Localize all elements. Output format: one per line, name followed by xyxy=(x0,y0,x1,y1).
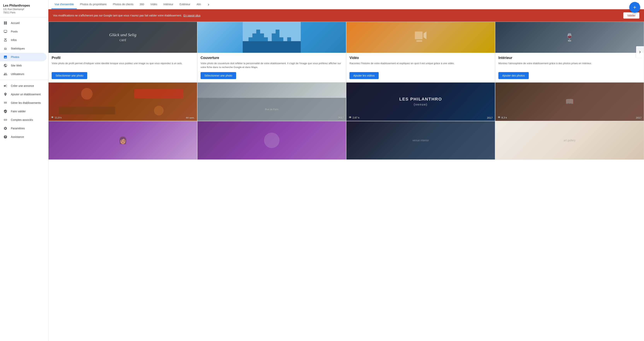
gallery-date-food: 44 sem. xyxy=(186,116,195,119)
store-icon xyxy=(3,38,8,42)
sidebar-label-gerer-etablissements: Gérer les établissements xyxy=(11,101,41,104)
sidebar-item-gerer-etablissements[interactable]: Gérer les établissements xyxy=(0,99,46,107)
gallery-date-street: 2017 xyxy=(338,116,344,119)
svg-rect-3 xyxy=(416,40,422,42)
fab-add-button[interactable]: + xyxy=(629,2,640,13)
monitor-icon xyxy=(3,29,8,34)
sidebar-item-comptes-associes[interactable]: Comptes associés xyxy=(0,116,46,124)
gallery-row-1: 👁 11,9 k 44 sem. Rue de Paris 2017 xyxy=(48,82,644,121)
sidebar-item-assistance[interactable]: Assistance xyxy=(0,133,46,141)
sidebar-item-parametres[interactable]: Paramètres xyxy=(0,124,46,133)
tabs-chevron-right[interactable] xyxy=(205,1,212,8)
sidebar-item-utilisateurs[interactable]: Utilisateurs xyxy=(0,70,46,78)
photo-card-profil: Glück und SeligCAFÉ Profil Votre photo d… xyxy=(48,22,197,82)
shield-icon xyxy=(3,109,8,114)
sidebar-label-assistance: Assistance xyxy=(11,135,24,138)
grid-small-icon xyxy=(3,100,8,105)
eye-icon: 👁 xyxy=(51,116,54,119)
gallery-date-sign: 2017 xyxy=(487,116,492,119)
photo-card-couverture: Couverture Votre photo de couverture doi… xyxy=(197,22,346,82)
tabs-bar: Vue d'ensemble Photos du propriétaire Ph… xyxy=(48,0,644,9)
gallery-views-sign: 👁 2,67 k xyxy=(349,116,359,119)
gallery-views-food: 👁 11,9 k xyxy=(51,116,62,119)
photo-card-btn-video[interactable]: Ajouter les vidéos xyxy=(350,72,379,79)
sidebar-label-creer-annonce: Créer une annonce xyxy=(11,84,34,87)
photo-card-body-video: Vidéo Racontez l'histoire de votre établ… xyxy=(346,53,495,82)
location-icon xyxy=(3,92,8,97)
photo-card-desc-couverture: Votre photo de couverture doit refléter … xyxy=(200,61,343,69)
photo-card-title-interieur: Intérieur xyxy=(498,56,641,60)
sidebar-item-ajouter-etablissement[interactable]: Ajouter un établissement xyxy=(0,90,46,99)
link-icon xyxy=(3,117,8,122)
photo-card-btn-profil[interactable]: Sélectionner une photo xyxy=(52,72,87,79)
people-icon xyxy=(3,72,8,76)
sidebar-item-faire-valider[interactable]: Faire valider xyxy=(0,107,46,116)
sidebar-item-statistiques[interactable]: Statistiques xyxy=(0,44,46,53)
photo-card-btn-couverture[interactable]: Sélectionner une photo xyxy=(200,72,236,79)
sidebar-label-posts: Posts xyxy=(11,30,18,33)
sidebar-header: Les Philanthropes 131 Rue Oberkampf 7501… xyxy=(0,0,48,17)
eye-icon-table: 👁 xyxy=(498,116,501,119)
sidebar-item-accueil[interactable]: Accueil xyxy=(0,19,46,27)
photo-card-btn-interieur[interactable]: Ajouter des photos xyxy=(498,72,529,79)
globe-icon xyxy=(3,63,8,68)
gallery-item-sign[interactable]: LES PHILANTHRO(venue) 👁 2,67 k 2017 xyxy=(346,82,495,121)
eye-icon-sign: 👁 xyxy=(349,116,352,119)
photo-card-desc-profil: Votre photo de profil permet d'indiquer … xyxy=(52,61,194,69)
megaphone-icon xyxy=(3,83,8,88)
tab-interieur[interactable]: Intérieur xyxy=(160,0,176,9)
gear-icon xyxy=(3,126,8,131)
alert-validate-button[interactable]: Valider xyxy=(623,12,639,18)
gallery-item-street[interactable]: Rue de Paris 2017 xyxy=(197,82,346,121)
alert-banner: Vos modifications ne s'afficheront pas s… xyxy=(48,9,644,22)
photo-card-image-couverture xyxy=(198,22,346,53)
sidebar-item-creer-annonce[interactable]: Créer une annonce xyxy=(0,82,46,90)
sidebar-label-accueil: Accueil xyxy=(11,21,20,24)
sidebar-item-infos[interactable]: Infos xyxy=(0,36,46,44)
gallery-overlay-sign: 👁 2,67 k 2017 xyxy=(346,114,495,121)
sidebar-label-comptes-associes: Comptes associés xyxy=(11,118,33,121)
sidebar-nav: Accueil Posts Infos Statistiques Photos xyxy=(0,17,48,341)
sidebar-label-utilisateurs: Utilisateurs xyxy=(11,72,24,76)
sidebar-item-photos[interactable]: Photos xyxy=(0,53,46,61)
grid-icon xyxy=(3,21,8,25)
gallery-item-purple[interactable] xyxy=(197,121,346,160)
gallery-views-table: 👁 8,3 k xyxy=(498,116,507,119)
bar-chart-icon xyxy=(3,46,8,51)
photo-card-video: Vidéo Racontez l'histoire de votre établ… xyxy=(346,22,495,82)
content-area: Vos modifications ne s'afficheront pas s… xyxy=(48,9,644,341)
sidebar-item-posts[interactable]: Posts xyxy=(0,27,46,36)
photo-card-title-couverture: Couverture xyxy=(200,56,343,60)
gallery-item-table[interactable]: 📖 👁 8,3 k 2017 xyxy=(495,82,644,121)
gallery-overlay-table: 👁 8,3 k 2017 xyxy=(495,114,644,121)
tab-vue-ensemble[interactable]: Vue d'ensemble xyxy=(52,0,77,9)
tab-video[interactable]: Vidéo xyxy=(147,0,160,9)
photo-card-title-video: Vidéo xyxy=(350,56,492,60)
photo-card-image-profil: Glück und SeligCAFÉ xyxy=(48,22,197,53)
gallery-item-bar[interactable]: venue interior xyxy=(346,121,495,160)
gallery-item-people[interactable]: 👩 xyxy=(48,121,197,160)
sidebar-item-site-web[interactable]: Site Web xyxy=(0,61,46,70)
gallery-item-gallery[interactable]: art gallery xyxy=(495,121,644,160)
photo-card-image-interieur: 🍷 xyxy=(495,22,644,53)
business-address: 131 Rue Oberkampf 75011 Paris xyxy=(3,8,45,14)
photo-cards-grid: Glück und SeligCAFÉ Profil Votre photo d… xyxy=(48,22,644,82)
tab-photos-clients[interactable]: Photos de clients xyxy=(110,0,136,9)
image-icon xyxy=(3,55,8,59)
tab-exterieur[interactable]: Extérieur xyxy=(176,0,194,9)
sidebar-label-statistiques: Statistiques xyxy=(11,47,25,50)
svg-rect-2 xyxy=(243,41,301,53)
sidebar-label-infos: Infos xyxy=(11,38,17,41)
photo-card-title-profil: Profil xyxy=(52,56,194,60)
tab-360[interactable]: 360 xyxy=(136,0,147,9)
photo-card-desc-video: Racontez l'histoire de votre établisseme… xyxy=(350,61,492,69)
sidebar-label-parametres: Paramètres xyxy=(11,127,25,130)
alert-link[interactable]: En savoir plus xyxy=(183,14,200,17)
gallery-item-food[interactable]: 👁 11,9 k 44 sem. xyxy=(48,82,197,121)
sidebar-label-site-web: Site Web xyxy=(11,64,22,67)
cards-chevron-right[interactable] xyxy=(636,46,644,58)
photo-card-body-profil: Profil Votre photo de profil permet d'in… xyxy=(48,53,197,82)
tab-photos-proprietaire[interactable]: Photos du propriétaire xyxy=(77,0,110,9)
tab-alin[interactable]: Alin xyxy=(194,0,204,9)
gallery-overlay-food: 👁 11,9 k 44 sem. xyxy=(48,114,197,121)
